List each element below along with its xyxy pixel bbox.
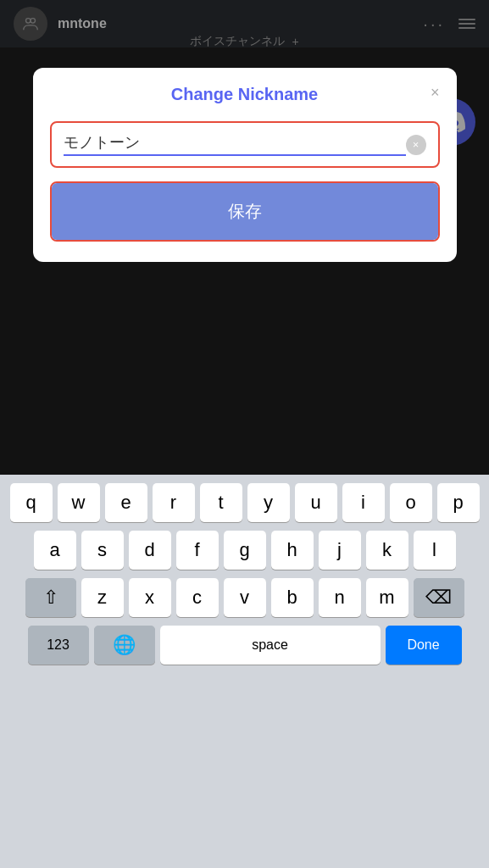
nickname-input[interactable]: [64, 133, 406, 156]
key-s[interactable]: s: [81, 531, 124, 570]
key-p[interactable]: p: [437, 483, 480, 522]
key-h[interactable]: h: [271, 531, 314, 570]
key-q[interactable]: q: [10, 483, 53, 522]
key-z[interactable]: z: [81, 578, 124, 617]
close-button[interactable]: ×: [431, 85, 440, 100]
save-button[interactable]: 保存: [52, 183, 438, 240]
keyboard-row-2: a s d f g h j k l: [3, 531, 486, 570]
key-shift[interactable]: ⇧: [25, 578, 76, 617]
keyboard-row-1: q w e r t y u i o p: [3, 483, 486, 522]
key-j[interactable]: j: [319, 531, 361, 570]
key-k[interactable]: k: [366, 531, 408, 570]
key-globe[interactable]: 🌐: [94, 626, 155, 665]
key-x[interactable]: x: [129, 578, 171, 617]
key-o[interactable]: o: [390, 483, 432, 522]
key-v[interactable]: v: [224, 578, 266, 617]
key-m[interactable]: m: [366, 578, 408, 617]
key-c[interactable]: c: [176, 578, 219, 617]
key-l[interactable]: l: [414, 531, 456, 570]
key-t[interactable]: t: [200, 483, 242, 522]
nickname-input-wrapper: ×: [50, 121, 440, 168]
key-r[interactable]: r: [153, 483, 195, 522]
keyboard-row-3: ⇧ z x c v b n m ⌫: [3, 578, 486, 617]
keyboard-rows: q w e r t y u i o p a s d f g h j k l ⇧ …: [0, 475, 489, 668]
key-a[interactable]: a: [34, 531, 76, 570]
change-nickname-modal: Change Nickname × × 保存: [33, 68, 457, 262]
key-space[interactable]: space: [160, 626, 381, 665]
modal-title: Change Nickname: [171, 85, 318, 104]
key-w[interactable]: w: [58, 483, 100, 522]
key-backspace[interactable]: ⌫: [414, 578, 464, 617]
keyboard-bottom-row: 123 🌐 space Done: [3, 626, 486, 665]
key-y[interactable]: y: [247, 483, 290, 522]
key-numbers[interactable]: 123: [28, 626, 89, 665]
key-done[interactable]: Done: [386, 626, 462, 665]
key-g[interactable]: g: [224, 531, 266, 570]
clear-input-button[interactable]: ×: [406, 135, 426, 155]
key-f[interactable]: f: [176, 531, 219, 570]
key-u[interactable]: u: [295, 483, 337, 522]
key-n[interactable]: n: [319, 578, 361, 617]
save-button-wrapper: 保存: [50, 181, 440, 242]
modal-header: Change Nickname ×: [50, 85, 440, 104]
key-b[interactable]: b: [271, 578, 314, 617]
key-d[interactable]: d: [129, 531, 171, 570]
key-e[interactable]: e: [105, 483, 147, 522]
modal-overlay: Change Nickname × × 保存: [0, 0, 489, 475]
keyboard: q w e r t y u i o p a s d f g h j k l ⇧ …: [0, 475, 489, 868]
key-i[interactable]: i: [342, 483, 385, 522]
